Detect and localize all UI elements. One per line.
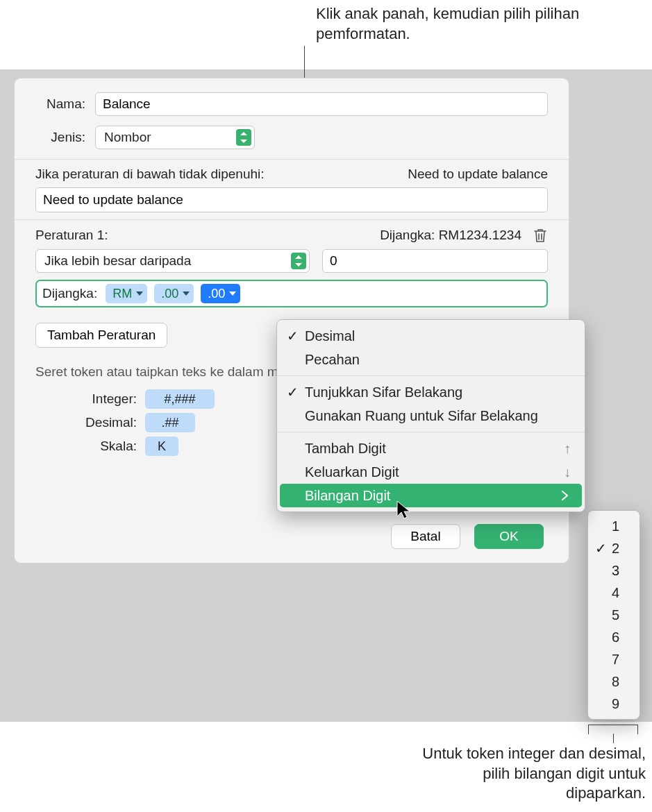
menu-digit-count-label: Bilangan Digit bbox=[305, 488, 390, 504]
check-icon: ✓ bbox=[595, 540, 607, 557]
menu-add-digit[interactable]: Tambah Digit ↑ bbox=[277, 437, 585, 460]
menu-show-trailing[interactable]: ✓ Tunjukkan Sifar Belakang bbox=[277, 380, 585, 404]
currency-token-text: RM bbox=[112, 287, 132, 301]
currency-token[interactable]: RM bbox=[106, 284, 147, 303]
digit-count-submenu: 1✓23456789 bbox=[587, 510, 640, 720]
decimal-token-label: Desimal: bbox=[81, 415, 137, 430]
decimals-token-2-text: .00 bbox=[208, 287, 225, 301]
decimals-token-2[interactable]: .00 bbox=[201, 284, 240, 303]
callout-bracket bbox=[588, 725, 638, 734]
submenu-item-6[interactable]: 6 bbox=[588, 626, 640, 648]
type-label: Jenis: bbox=[35, 130, 85, 145]
chevron-down-icon bbox=[183, 291, 190, 296]
callout-bottom: Untuk token integer dan desimal, pilih b… bbox=[417, 744, 646, 804]
submenu-item-5[interactable]: 5 bbox=[588, 604, 640, 626]
name-field[interactable] bbox=[95, 92, 548, 116]
ok-button[interactable]: OK bbox=[474, 524, 544, 549]
scale-token-label: Skala: bbox=[81, 439, 137, 454]
menu-show-trailing-label: Tunjukkan Sifar Belakang bbox=[305, 384, 462, 400]
submenu-item-label: 6 bbox=[612, 629, 619, 645]
submenu-item-label: 7 bbox=[612, 652, 619, 668]
decimals-token-1-text: .00 bbox=[161, 287, 178, 301]
rule1-operator-select[interactable]: Jika lebih besar daripada bbox=[35, 249, 310, 273]
down-arrow-icon: ↓ bbox=[564, 464, 571, 480]
menu-remove-digit[interactable]: Keluarkan Digit ↓ bbox=[277, 460, 585, 484]
name-label: Nama: bbox=[35, 96, 85, 112]
trash-icon[interactable] bbox=[533, 227, 548, 244]
menu-decimal-label: Desimal bbox=[305, 328, 355, 344]
submenu-item-7[interactable]: 7 bbox=[588, 648, 640, 670]
menu-fraction[interactable]: Pecahan bbox=[277, 348, 585, 371]
check-icon: ✓ bbox=[287, 384, 299, 400]
submenu-item-label: 1 bbox=[612, 518, 619, 534]
submenu-item-label: 9 bbox=[612, 696, 619, 712]
submenu-item-8[interactable]: 8 bbox=[588, 670, 640, 693]
rule1-expected: Dijangka: RM1234.1234 bbox=[380, 228, 521, 243]
submenu-item-3[interactable]: 3 bbox=[588, 559, 640, 582]
chevron-down-icon bbox=[229, 291, 236, 296]
chevron-updown-icon bbox=[291, 253, 306, 269]
divider bbox=[15, 159, 569, 160]
chevron-right-icon bbox=[561, 488, 568, 504]
menu-use-space[interactable]: Gunakan Ruang untuk Sifar Belakang bbox=[277, 404, 585, 428]
decimals-token-1[interactable]: .00 bbox=[154, 284, 194, 303]
menu-separator bbox=[277, 375, 585, 376]
decimal-token[interactable]: .## bbox=[145, 413, 195, 432]
submenu-item-label: 2 bbox=[612, 541, 619, 557]
menu-remove-digit-label: Keluarkan Digit bbox=[305, 464, 399, 480]
rule1-label: Peraturan 1: bbox=[35, 228, 108, 243]
menu-digit-count[interactable]: Bilangan Digit bbox=[280, 484, 582, 507]
divider bbox=[15, 219, 569, 220]
submenu-item-9[interactable]: 9 bbox=[588, 693, 640, 715]
rule1-token-bar[interactable]: Dijangka: RM .00 .00 bbox=[35, 280, 548, 307]
token-bar-label: Dijangka: bbox=[42, 286, 97, 301]
submenu-item-4[interactable]: 4 bbox=[588, 582, 640, 604]
condition-input[interactable] bbox=[35, 187, 548, 212]
integer-token[interactable]: #,### bbox=[145, 389, 215, 409]
check-icon: ✓ bbox=[287, 328, 299, 344]
cancel-button[interactable]: Batal bbox=[391, 524, 460, 549]
submenu-item-label: 5 bbox=[612, 607, 619, 623]
type-value: Nombor bbox=[104, 130, 151, 145]
condition-preview: Need to update balance bbox=[408, 167, 548, 182]
callout-top: Klik anak panah, kemudian pilih pilihan … bbox=[316, 4, 594, 44]
condition-label: Jika peraturan di bawah tidak dipenuhi: bbox=[35, 167, 265, 182]
menu-decimal[interactable]: ✓ Desimal bbox=[277, 324, 585, 348]
up-arrow-icon: ↑ bbox=[564, 441, 571, 457]
integer-token-label: Integer: bbox=[81, 391, 137, 407]
chevron-updown-icon bbox=[236, 129, 251, 146]
menu-use-space-label: Gunakan Ruang untuk Sifar Belakang bbox=[305, 408, 538, 424]
menu-separator bbox=[277, 432, 585, 432]
rule1-operator-value: Jika lebih besar daripada bbox=[44, 253, 191, 269]
add-rule-button[interactable]: Tambah Peraturan bbox=[35, 323, 167, 348]
submenu-item-label: 4 bbox=[612, 585, 619, 601]
menu-fraction-label: Pecahan bbox=[305, 352, 360, 368]
submenu-item-label: 3 bbox=[612, 563, 619, 579]
scale-token[interactable]: K bbox=[145, 437, 178, 456]
submenu-item-2[interactable]: ✓2 bbox=[588, 537, 640, 559]
menu-add-digit-label: Tambah Digit bbox=[305, 441, 386, 457]
chevron-down-icon bbox=[136, 291, 143, 296]
cursor-icon bbox=[396, 500, 411, 523]
format-options-menu: ✓ Desimal Pecahan ✓ Tunjukkan Sifar Bela… bbox=[276, 319, 585, 512]
type-select[interactable]: Nombor bbox=[95, 126, 255, 149]
submenu-item-1[interactable]: 1 bbox=[588, 515, 640, 537]
rule1-value-input[interactable] bbox=[322, 249, 548, 273]
submenu-item-label: 8 bbox=[612, 674, 619, 690]
